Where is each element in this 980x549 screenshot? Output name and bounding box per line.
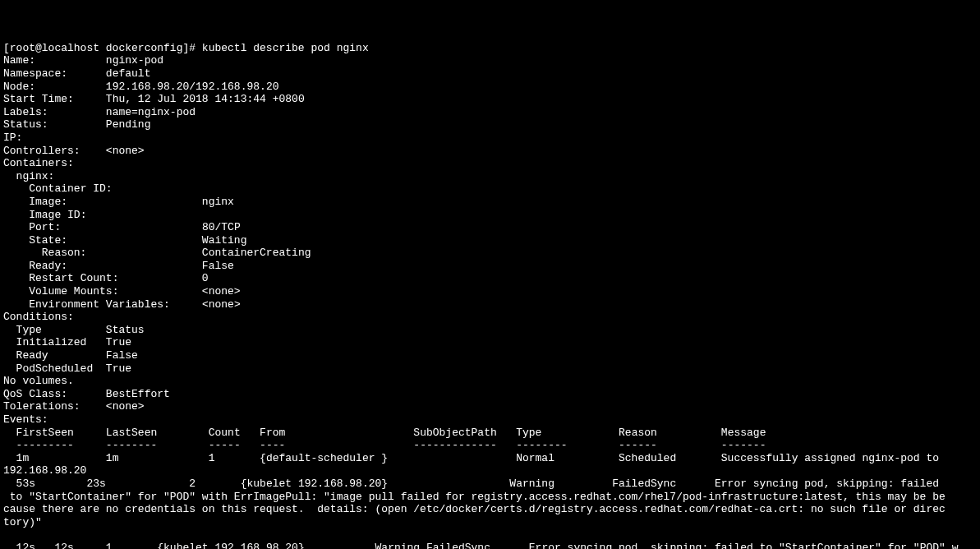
- container-id-row: Container ID:: [3, 182, 113, 195]
- qos-row: QoS Class: BestEffort: [3, 388, 170, 400]
- pod-status-row: Status: Pending: [3, 118, 150, 131]
- events-table-header: FirstSeen LastSeen Count From SubObjectP…: [3, 427, 766, 439]
- conditions-header: Conditions:: [3, 311, 74, 323]
- terminal-output: [root@localhost dockerconfig]# kubectl d…: [3, 42, 977, 549]
- prompt[interactable]: [root@localhost dockerconfig]# kubectl d…: [3, 42, 369, 54]
- tolerations-row: Tolerations: <none>: [3, 400, 145, 413]
- no-volumes: No volumes.: [3, 375, 74, 387]
- event-row-2: 53s 23s 2 {kubelet 192.168.98.20} Warnin…: [3, 477, 945, 528]
- container-reason-row: Reason: ContainerCreating: [3, 247, 311, 259]
- pod-node-row: Node: 192.168.98.20/192.168.98.20: [3, 81, 278, 93]
- conditions-table-header: Type Status: [3, 324, 145, 336]
- event-row-3: 12s 12s 1 {kubelet 192.168.98.20} Warnin…: [3, 542, 958, 549]
- container-volume-row: Volume Mounts: <none>: [3, 285, 241, 298]
- container-image-row: Image: nginx: [3, 196, 234, 208]
- pod-starttime-row: Start Time: Thu, 12 Jul 2018 14:13:44 +0…: [3, 93, 305, 105]
- containers-header: Containers:: [3, 157, 74, 169]
- events-table-dashes: --------- -------- ----- ---- ----------…: [3, 439, 766, 451]
- events-header: Events:: [3, 413, 48, 426]
- container-env-row: Environment Variables: <none>: [3, 298, 241, 311]
- pod-ip-row: IP:: [3, 131, 22, 144]
- pod-namespace-row: Namespace: default: [3, 67, 150, 80]
- container-state-row: State: Waiting: [3, 234, 246, 247]
- condition-row-podscheduled: PodScheduled True: [3, 362, 138, 375]
- event-row-1: 1m 1m 1 {default-scheduler } Normal Sche…: [3, 452, 939, 477]
- container-port-row: Port: 80/TCP: [3, 221, 241, 233]
- condition-row-ready: Ready False: [3, 349, 145, 362]
- pod-labels-row: Labels: name=nginx-pod: [3, 106, 196, 118]
- container-ready-row: Ready: False: [3, 260, 234, 272]
- pod-name-row: Name: nginx-pod: [3, 54, 163, 67]
- container-restart-row: Restart Count: 0: [3, 272, 209, 284]
- container-name: nginx:: [3, 170, 54, 182]
- container-imageid-row: Image ID:: [3, 209, 86, 221]
- condition-row-initialized: Initialized True: [3, 336, 138, 348]
- pod-controllers-row: Controllers: <none>: [3, 145, 145, 157]
